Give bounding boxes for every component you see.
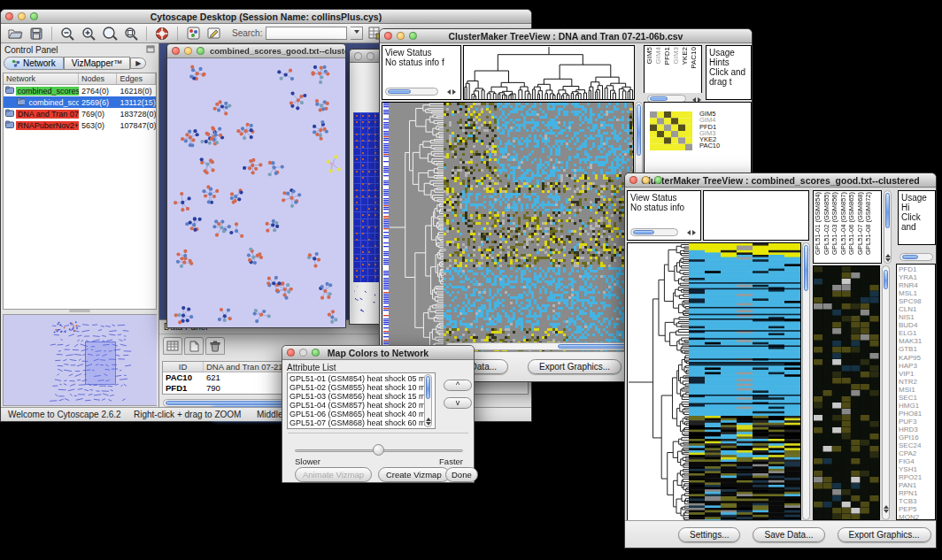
- tv2-gene-dendrogram[interactable]: [627, 242, 691, 522]
- tv2-column-label[interactable]: GPL51-08 (GSM872): [865, 192, 873, 255]
- minimize-button[interactable]: [184, 47, 192, 55]
- tv2-status-hscrollbar[interactable]: [630, 228, 678, 236]
- close-button[interactable]: [172, 47, 180, 55]
- tv2-gene-label[interactable]: HRD3: [899, 426, 933, 433]
- export-graphics-button[interactable]: Export Graphics...: [838, 527, 931, 542]
- tv2-gene-label[interactable]: KAP95: [899, 354, 933, 362]
- close-button[interactable]: [629, 176, 637, 184]
- tv1-status-hscrollbar[interactable]: [385, 88, 438, 96]
- tv2-gene-label[interactable]: YSH1: [899, 465, 933, 473]
- scrollbar-thumb[interactable]: [426, 376, 430, 399]
- create-vizmap-button[interactable]: Create Vizmap: [378, 467, 450, 482]
- treeview2-titlebar[interactable]: ClusterMaker TreeView : combined_scores_…: [625, 173, 936, 188]
- tv2-gene-label[interactable]: CLN1: [899, 305, 933, 313]
- attribute-list-item[interactable]: GPL51-07 (GSM868) heat shock 60 min: [290, 418, 433, 427]
- tv2-gene-label[interactable]: TCB3: [899, 497, 933, 505]
- tab-network[interactable]: Network: [4, 57, 64, 70]
- col-header-edges[interactable]: Edges: [117, 73, 156, 84]
- new-attribute-icon[interactable]: [184, 337, 204, 355]
- tv2-heatmap-vscrollbar[interactable]: [802, 242, 810, 520]
- network-overview-canvas[interactable]: [4, 315, 157, 405]
- tv2-column-label[interactable]: GPL51-07 (GSM868): [857, 192, 865, 255]
- minimize-button[interactable]: [18, 12, 26, 20]
- tv2-column-label[interactable]: GPL51-03 (GSM856): [831, 192, 839, 255]
- network-overview-panel[interactable]: [3, 314, 157, 406]
- col-header-id[interactable]: ID: [163, 362, 204, 372]
- scrollbar-thumb[interactable]: [804, 245, 808, 291]
- network-view-canvas[interactable]: [167, 58, 345, 327]
- annotation-icon[interactable]: [205, 26, 223, 42]
- delete-attribute-icon[interactable]: [205, 337, 225, 355]
- close-button[interactable]: [354, 52, 362, 60]
- network-window-titlebar[interactable]: combined_scores_good.txt--cluste...: [167, 44, 345, 58]
- help-lifering-icon[interactable]: [153, 26, 171, 42]
- save-data-button[interactable]: Save Data...: [753, 527, 824, 542]
- tv2-gene-label[interactable]: HMG1: [899, 402, 933, 410]
- zoom-in-icon[interactable]: [80, 26, 97, 42]
- col-header-network[interactable]: Network: [4, 73, 79, 84]
- tv2-column-label[interactable]: GPL51-04 (GSM857): [840, 192, 848, 255]
- scrollbar-thumb[interactable]: [902, 255, 918, 259]
- tv2-gene-label[interactable]: HAP3: [899, 362, 933, 370]
- tv2-gene-label[interactable]: CPA2: [899, 449, 933, 457]
- scrollbar-thumb[interactable]: [637, 104, 641, 156]
- vizmapper-icon[interactable]: [184, 26, 202, 42]
- tv2-gene-label[interactable]: BUD4: [899, 321, 933, 329]
- tv2-gene-label[interactable]: GTB1: [899, 345, 933, 353]
- zoom-fit-icon[interactable]: [101, 26, 119, 42]
- tv1-column-label[interactable]: GIM4: [654, 47, 662, 65]
- col-header-nodes[interactable]: Nodes: [79, 73, 118, 84]
- attribute-list-item[interactable]: GPL51-04 (GSM857) heat shock 20 min: [290, 401, 433, 410]
- attribute-list-item[interactable]: GPL51-01 (GSM854) heat shock 05 min: [290, 374, 433, 383]
- done-button[interactable]: Done: [445, 467, 478, 482]
- scroll-arrows[interactable]: [444, 89, 459, 95]
- tv2-gene-label[interactable]: PHO81: [899, 410, 933, 418]
- float-panel-icon[interactable]: [146, 45, 155, 55]
- tv2-zoom-heatmap-canvas[interactable]: [813, 265, 880, 520]
- move-down-button[interactable]: v: [444, 397, 472, 409]
- settings-button[interactable]: Settings...: [678, 527, 740, 542]
- scroll-arrows[interactable]: [426, 415, 431, 428]
- main-window-titlebar[interactable]: Cytoscape Desktop (Session Name: collins…: [1, 10, 531, 24]
- tv2-genelist-hscrollbar[interactable]: [900, 253, 933, 261]
- scrollbar-thumb[interactable]: [885, 193, 890, 228]
- zoom-button[interactable]: [409, 32, 417, 40]
- search-input[interactable]: [266, 27, 347, 40]
- tv1-gene-label[interactable]: PAC10: [699, 142, 720, 149]
- tv2-gene-label[interactable]: NIS1: [899, 313, 933, 321]
- zoom-button[interactable]: [312, 349, 320, 357]
- network-row[interactable]: RNAPuberNov2+ 563(0) 107847(0): [4, 119, 156, 131]
- tv2-gene-label[interactable]: PAN1: [899, 481, 933, 489]
- tv1-column-label[interactable]: PAC10: [690, 47, 698, 69]
- tv1-column-label[interactable]: GIM5: [645, 47, 653, 65]
- tv1-column-label[interactable]: YKE2: [681, 47, 689, 65]
- network-row[interactable]: combined_sco 2569(6) 13112(15): [4, 96, 156, 108]
- slider-thumb[interactable]: [373, 444, 384, 456]
- animate-vizmap-button[interactable]: Animate Vizmap: [295, 467, 372, 482]
- zoom-button[interactable]: [197, 47, 205, 55]
- tab-overflow-arrow[interactable]: ▶: [130, 58, 146, 69]
- scroll-arrows[interactable]: [884, 502, 889, 516]
- network-row[interactable]: combined_scores 2764(0) 16218(0): [4, 85, 156, 96]
- zoom-out-icon[interactable]: [58, 26, 76, 42]
- scrollbar-thumb[interactable]: [650, 96, 668, 101]
- close-button[interactable]: [5, 12, 13, 20]
- tv2-gene-label[interactable]: SEC24: [899, 441, 933, 449]
- tv2-gene-label[interactable]: PFD1: [899, 265, 933, 273]
- zoom-button[interactable]: [30, 12, 38, 20]
- tv2-gene-label[interactable]: RNR4: [899, 281, 933, 289]
- tv2-gene-label[interactable]: VIP1: [899, 370, 933, 378]
- scroll-arrows[interactable]: [885, 251, 891, 265]
- treeview1-titlebar[interactable]: ClusterMaker TreeView : DNA and Tran 07-…: [380, 29, 752, 43]
- attribute-list-item[interactable]: GPL51-02 (GSM855) heat shock 10 min: [290, 383, 433, 392]
- move-up-button[interactable]: ^: [444, 380, 472, 391]
- scrollbar-thumb[interactable]: [884, 270, 888, 289]
- minimize-button[interactable]: [397, 32, 405, 40]
- attribute-list-item[interactable]: GPL51-06 (GSM865) heat shock 40 min: [290, 410, 433, 418]
- zoom-selected-icon[interactable]: [122, 26, 140, 42]
- close-button[interactable]: [287, 349, 295, 357]
- tv2-column-label[interactable]: GPL51-01 (GSM854): [815, 192, 822, 255]
- zoom-button[interactable]: [654, 176, 662, 184]
- tv2-column-label[interactable]: GPL51-06 (GSM865): [848, 192, 856, 255]
- tv2-gene-label[interactable]: MON2: [899, 513, 933, 520]
